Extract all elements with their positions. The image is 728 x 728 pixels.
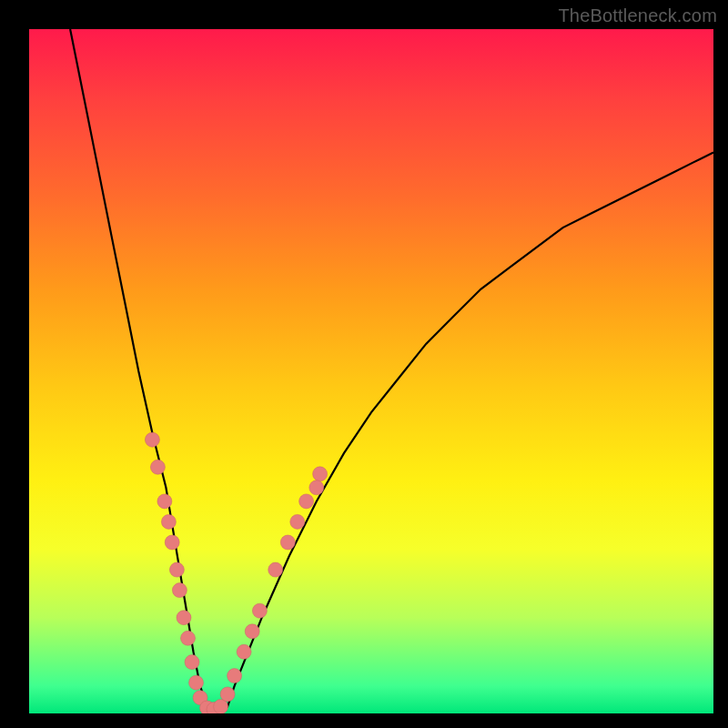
data-marker	[290, 514, 305, 529]
data-marker	[268, 562, 283, 577]
data-marker	[161, 514, 176, 529]
data-marker	[145, 432, 159, 447]
data-marker	[237, 644, 251, 659]
data-markers	[145, 432, 327, 713]
data-marker	[181, 631, 196, 645]
chart-frame: TheBottleneck.com	[0, 0, 728, 728]
watermark-text: TheBottleneck.com	[558, 5, 717, 26]
data-marker	[280, 535, 295, 550]
data-marker	[150, 460, 165, 474]
data-marker	[165, 535, 179, 550]
data-marker	[193, 691, 207, 705]
bottleneck-curve	[70, 29, 713, 713]
chart-svg	[29, 29, 713, 713]
data-marker	[207, 703, 221, 714]
data-marker	[172, 583, 187, 598]
data-marker	[214, 700, 228, 714]
data-marker	[185, 655, 199, 670]
chart-plot-area	[29, 29, 713, 713]
data-marker	[220, 687, 235, 702]
data-marker	[157, 494, 172, 509]
data-marker	[189, 675, 204, 690]
data-marker	[200, 701, 215, 713]
data-marker	[177, 611, 191, 625]
data-marker	[309, 480, 324, 495]
data-marker	[228, 669, 242, 683]
data-marker	[252, 603, 267, 618]
data-marker	[169, 562, 184, 577]
data-marker	[245, 624, 259, 639]
data-marker	[299, 494, 314, 509]
data-marker	[313, 467, 328, 481]
